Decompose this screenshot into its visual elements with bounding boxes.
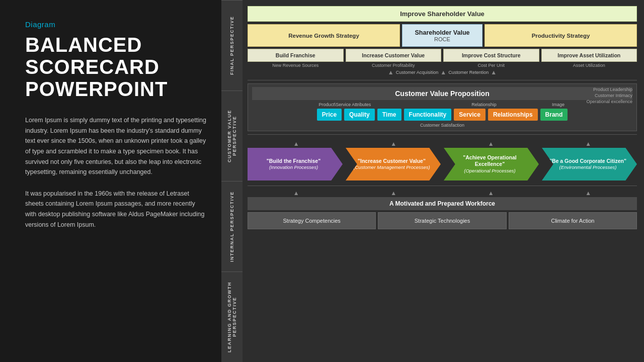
good-corporate-title: "Be a Good Corporate Citizen"	[549, 158, 626, 165]
final-labels-row: New Revenue Sources Customer Profitabili…	[248, 63, 637, 68]
cvp-title: Customer Value Proposition	[252, 87, 632, 100]
customer-satisfaction-label: Customer Satisfaction	[252, 123, 632, 128]
increase-customer-value-box: Increase Customer Value	[346, 49, 442, 62]
good-corporate-subtitle: (Environmental Processes)	[549, 164, 626, 170]
body-text-1: Lorem Ipsum is simply dummy text of the …	[25, 115, 206, 177]
growth-arrows-top: ▲ ▲ ▲ ▲	[248, 189, 637, 197]
shareholder-title: Shareholder Value	[415, 29, 469, 36]
operational-excellence-label: Operational excellence	[586, 99, 632, 104]
internal-arrows-top: ▲ ▲ ▲ ▲	[248, 140, 637, 148]
divider-3	[248, 186, 637, 186]
shareholder-value-box: Shareholder Value ROCE	[402, 24, 482, 47]
customer-profitability-label: Customer Profitability	[346, 63, 442, 68]
ret-arrow: ▲	[440, 69, 446, 76]
final-perspective-label: FINAL PERSPECTIVE	[221, 0, 243, 90]
asset-utilization-label: Asset Utilization	[541, 63, 637, 68]
ret-arrow2: ▲	[491, 69, 497, 76]
acq-ret-row: ▲ Customer Acquisition ▲ Customer Retent…	[248, 69, 637, 76]
customer-intimacy-label: Customer Intimacy	[586, 93, 632, 98]
cost-per-unit-label: Cost Per Unit	[443, 63, 539, 68]
internal-perspective-label: INTERNAL PERSPECTIVE	[221, 181, 243, 272]
build-franchise-subtitle: (Innovation Processes)	[267, 164, 320, 170]
workforce-title: A Motivated and Prepared Workforce	[248, 197, 637, 210]
achieve-operational-title: "Achieve Operational Excellence"	[449, 154, 531, 168]
growth-section: ▲ ▲ ▲ ▲ A Motivated and Prepared Workfor…	[248, 189, 637, 229]
left-panel: Diagram BALANCED SCORECARD POWERPOINT Lo…	[0, 0, 221, 362]
customer-retention-label: Customer Retention	[448, 70, 489, 75]
acq-arrow: ▲	[388, 69, 394, 76]
internal-section: ▲ ▲ ▲ ▲ "Build the Franchise" (Innovatio…	[248, 138, 637, 183]
image-label: Image	[530, 102, 586, 107]
good-corporate-arrow: "Be a Good Corporate Citizen" (Environme…	[542, 148, 637, 180]
product-leadership-label: Product Leadership	[586, 87, 632, 92]
relationship-label: Relationship	[438, 102, 530, 107]
body-text-2: It was popularised in the 1960s with the…	[25, 189, 206, 230]
service-tag: Service	[454, 109, 486, 121]
customer-section: Product Leadership Customer Intimacy Ope…	[248, 83, 637, 131]
brand-tag: Brand	[540, 109, 568, 121]
build-franchise-arrow: "Build the Franchise" (Innovation Proces…	[248, 148, 343, 180]
diagram-content: Improve Shareholder Value Revenue Growth…	[243, 0, 644, 362]
new-revenue-label: New Revenue Sources	[248, 63, 344, 68]
price-tag: Price	[317, 109, 342, 121]
increase-customer-subtitle: (Customer Management Processes)	[353, 164, 430, 170]
relationships-tag: Relationships	[488, 109, 538, 121]
final-row2: Revenue Growth Strategy Shareholder Valu…	[248, 24, 637, 47]
main-title: BALANCED SCORECARD POWERPOINT	[25, 34, 206, 100]
diagram-label: Diagram	[25, 20, 206, 29]
customer-perspective-label: CUSTOMER VALUE PERSPECTIVE	[221, 90, 243, 181]
improve-cost-structure-box: Improve Cost Structure	[443, 49, 539, 62]
quality-tag: Quality	[344, 109, 375, 121]
cvp-side-labels: Product Leadership Customer Intimacy Ope…	[586, 87, 632, 104]
achieve-operational-arrow: "Achieve Operational Excellence" (Operat…	[444, 148, 539, 180]
improve-asset-utilization-box: Improve Asset Utilization	[541, 49, 637, 62]
time-tag: Time	[377, 109, 401, 121]
product-service-attr-label: Product\Service Attributes	[252, 102, 438, 107]
perspective-labels: FINAL PERSPECTIVE CUSTOMER VALUE PERSPEC…	[221, 0, 243, 362]
climate-for-action-box: Climate for Action	[509, 212, 637, 229]
divider-1	[248, 80, 637, 80]
increase-customer-title: "Increase Customer Value"	[353, 158, 430, 165]
growth-perspective-label: LEARNING AND GROWTH PERSPECTIVE	[221, 272, 243, 362]
functionality-tag: Functionality	[404, 109, 452, 121]
shareholder-subtitle: ROCE	[434, 36, 450, 42]
final-section: Improve Shareholder Value Revenue Growth…	[248, 6, 637, 77]
productivity-box: Productivity Strategy	[485, 24, 637, 47]
growth-boxes: Strategy Competencies Strategic Technolo…	[248, 212, 637, 229]
diagram-panel: FINAL PERSPECTIVE CUSTOMER VALUE PERSPEC…	[221, 0, 644, 362]
strategic-technologies-box: Strategic Technologies	[378, 212, 506, 229]
strategy-competencies-box: Strategy Competencies	[248, 212, 376, 229]
build-franchise-box: Build Franchise	[248, 49, 344, 62]
build-franchise-title: "Build the Franchise"	[267, 158, 320, 165]
customer-acquisition-label: Customer Acquisition	[396, 70, 439, 75]
divider-2	[248, 134, 637, 135]
revenue-growth-box: Revenue Growth Strategy	[248, 24, 400, 47]
improve-shareholder-bar: Improve Shareholder Value	[248, 6, 637, 22]
cvp-labels-row: Product\Service Attributes Relationship …	[252, 102, 632, 107]
final-row3: Build Franchise Increase Customer Value …	[248, 49, 637, 62]
cvp-tags-row: Price Quality Time Functionality Service…	[252, 109, 632, 121]
internal-arrows-row: "Build the Franchise" (Innovation Proces…	[248, 148, 637, 180]
increase-customer-value-arrow: "Increase Customer Value" (Customer Mana…	[346, 148, 441, 180]
achieve-operational-subtitle: (Operational Processes)	[449, 168, 531, 174]
